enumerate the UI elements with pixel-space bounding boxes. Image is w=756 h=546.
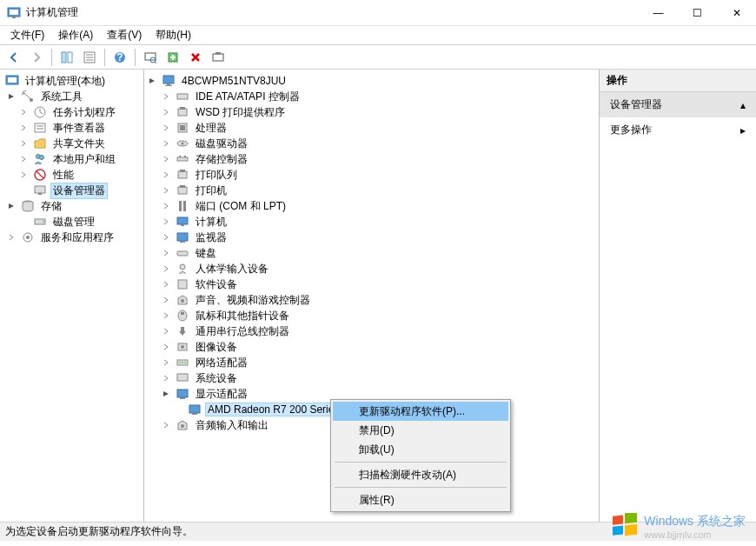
menubar: 文件(F) 操作(A) 查看(V) 帮助(H): [0, 26, 756, 45]
menu-view[interactable]: 查看(V): [100, 26, 149, 44]
tree-root[interactable]: 计算机管理(本地): [2, 73, 142, 89]
expander-icon[interactable]: [160, 122, 172, 134]
device-root[interactable]: 4BCWPM51NTV8JUU: [146, 73, 597, 89]
device-category[interactable]: 软件设备: [146, 276, 597, 292]
device-category[interactable]: 图像设备: [146, 339, 597, 355]
svg-rect-52: [183, 201, 186, 211]
expander-icon[interactable]: [160, 153, 172, 165]
svg-text:?: ?: [116, 51, 123, 63]
device-category[interactable]: 人体学输入设备: [146, 261, 597, 276]
update-driver-button[interactable]: [162, 48, 183, 67]
ctx-scan[interactable]: 扫描检测硬件改动(A): [333, 465, 508, 484]
forward-button[interactable]: [26, 48, 47, 67]
disable-button[interactable]: [185, 48, 206, 67]
expander-icon[interactable]: [17, 122, 30, 134]
device-category[interactable]: 网络适配器: [146, 355, 597, 370]
expander-icon[interactable]: [160, 90, 172, 103]
actions-more[interactable]: 更多操作 ▸: [600, 117, 756, 143]
show-hide-tree-button[interactable]: [56, 48, 77, 67]
expander-icon[interactable]: [160, 247, 172, 259]
svg-rect-46: [184, 156, 186, 157]
expander-icon[interactable]: [17, 106, 30, 118]
expander-icon[interactable]: [160, 419, 172, 431]
tree-item[interactable]: 本地用户和组: [2, 151, 142, 167]
expander-icon[interactable]: [160, 341, 172, 353]
device-category[interactable]: 磁盘驱动器: [146, 136, 597, 151]
toolbar-separator: [104, 49, 105, 66]
tree-system-tools[interactable]: 系统工具: [2, 89, 142, 104]
tree-storage[interactable]: 存储: [2, 198, 142, 214]
maximize-button[interactable]: ☐: [678, 0, 717, 26]
ctx-update-driver[interactable]: 更新驱动程序软件(P)...: [333, 402, 508, 421]
expander-icon[interactable]: [17, 137, 30, 150]
expander-icon[interactable]: [5, 200, 17, 212]
expander-icon[interactable]: [160, 184, 172, 196]
menu-file[interactable]: 文件(F): [3, 26, 51, 44]
expander-icon[interactable]: [160, 278, 172, 290]
device-category[interactable]: 通用串行总线控制器: [146, 323, 597, 339]
computer-icon: [162, 74, 176, 88]
scan-button[interactable]: [140, 48, 161, 67]
minimize-button[interactable]: —: [639, 0, 678, 26]
device-category[interactable]: 打印机: [146, 183, 597, 198]
device-category[interactable]: IDE ATA/ATAPI 控制器: [146, 89, 597, 104]
tree-item[interactable]: 事件查看器: [2, 120, 142, 136]
tree-item[interactable]: 磁盘管理: [2, 214, 142, 230]
device-category[interactable]: WSD 打印提供程序: [146, 104, 597, 120]
device-category[interactable]: 声音、视频和游戏控制器: [146, 292, 597, 308]
expander-icon[interactable]: [160, 325, 172, 337]
left-pane: 计算机管理(本地) 系统工具 任务计划程序 事件查看器 共享文件夹 本地用户和组…: [0, 70, 144, 522]
properties-button[interactable]: [79, 48, 100, 67]
device-icon: [176, 90, 189, 103]
expander-icon[interactable]: [160, 294, 172, 306]
back-button[interactable]: [3, 48, 24, 67]
tree-device-manager[interactable]: 设备管理器: [2, 183, 142, 198]
device-category[interactable]: 计算机: [146, 214, 597, 230]
help-button[interactable]: ?: [109, 48, 130, 67]
expander-icon[interactable]: [5, 231, 17, 243]
ctx-properties[interactable]: 属性(R): [333, 490, 508, 509]
svg-rect-78: [625, 524, 637, 536]
tree-item[interactable]: 共享文件夹: [2, 136, 142, 151]
expander-icon[interactable]: [160, 200, 172, 212]
svg-point-64: [181, 345, 184, 349]
device-category[interactable]: 端口 (COM 和 LPT): [146, 198, 597, 214]
expander-icon[interactable]: [17, 153, 30, 165]
expander-icon[interactable]: [160, 231, 172, 243]
tree-item[interactable]: 性能: [2, 167, 142, 183]
device-category[interactable]: 系统设备: [146, 370, 597, 386]
close-button[interactable]: ✕: [717, 0, 756, 26]
expander-icon[interactable]: [160, 388, 172, 400]
svg-rect-47: [178, 171, 187, 178]
ctx-disable[interactable]: 禁用(D): [333, 421, 508, 440]
expander-icon[interactable]: [160, 356, 172, 369]
device-category[interactable]: 监视器: [146, 230, 597, 245]
device-icon: [176, 277, 189, 291]
expander-icon[interactable]: [160, 106, 172, 118]
device-category[interactable]: 处理器: [146, 120, 597, 136]
expander-icon[interactable]: [160, 169, 172, 181]
svg-rect-54: [181, 224, 184, 226]
expander-icon[interactable]: [17, 169, 30, 181]
device-category[interactable]: 键盘: [146, 245, 597, 261]
uninstall-button[interactable]: [208, 48, 229, 67]
tree-services[interactable]: 服务和应用程序: [2, 230, 142, 245]
menu-help[interactable]: 帮助(H): [149, 26, 198, 44]
expander-icon[interactable]: [160, 310, 172, 322]
actions-selected[interactable]: 设备管理器 ▴: [600, 92, 756, 117]
expander-icon[interactable]: [146, 75, 158, 87]
device-category[interactable]: 打印队列: [146, 167, 597, 183]
menu-action[interactable]: 操作(A): [51, 26, 100, 44]
tree-item[interactable]: 任务计划程序: [2, 104, 142, 120]
device-category[interactable]: 存储控制器: [146, 151, 597, 167]
expander-icon[interactable]: [160, 372, 172, 384]
expander-icon[interactable]: [5, 90, 17, 103]
ctx-uninstall[interactable]: 卸载(U): [333, 440, 508, 459]
expander-icon[interactable]: [160, 216, 172, 228]
device-category[interactable]: 鼠标和其他指针设备: [146, 308, 597, 323]
svg-point-33: [26, 236, 30, 239]
device-icon: [176, 387, 189, 401]
expander-icon[interactable]: [160, 263, 172, 275]
svg-line-13: [155, 62, 156, 63]
expander-icon[interactable]: [160, 137, 172, 150]
